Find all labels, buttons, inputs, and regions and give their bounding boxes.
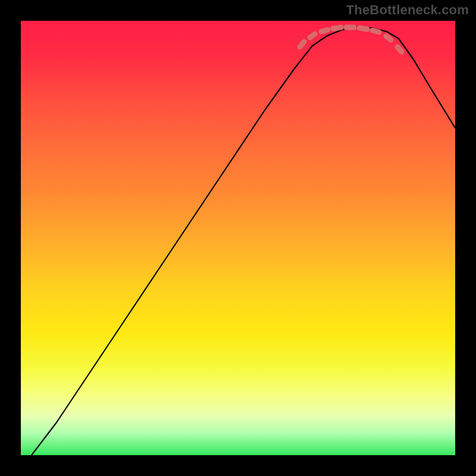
marker-dash: [321, 30, 328, 32]
marker-dash: [310, 34, 315, 37]
marker-dash: [359, 28, 367, 29]
marker-dash: [386, 36, 391, 40]
marker-dash: [372, 30, 379, 32]
watermark-text: TheBottleneck.com: [346, 2, 469, 18]
marker-dash: [397, 47, 402, 52]
marker-dash: [333, 27, 341, 29]
marker-dash: [300, 42, 304, 47]
curve-svg: [21, 21, 455, 455]
plot-area: [21, 21, 455, 455]
main-curve: [32, 27, 455, 455]
chart-frame: TheBottleneck.com: [0, 0, 476, 476]
